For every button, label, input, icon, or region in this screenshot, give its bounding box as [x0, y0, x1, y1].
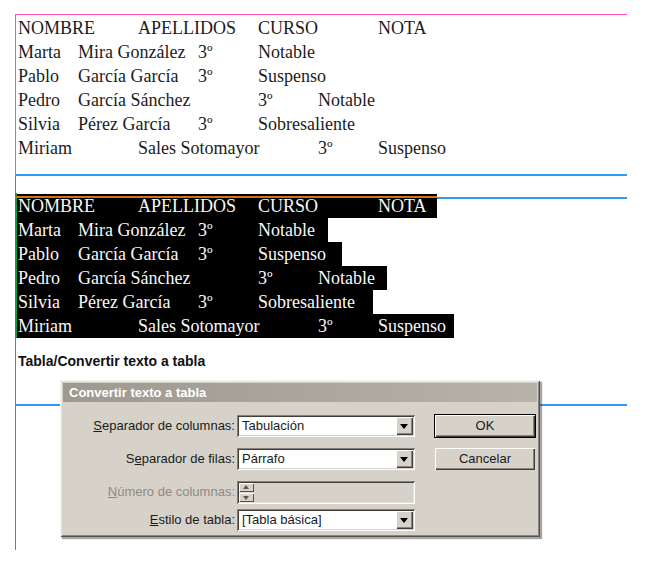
dialog-titlebar[interactable]: Convertir texto a tabla: [63, 383, 537, 402]
cell: 3º: [318, 314, 333, 338]
menu-path-label: Tabla/Convertir texto a tabla: [18, 353, 205, 369]
column-separator-select[interactable]: Tabulación: [237, 415, 415, 437]
cell: García Sánchez: [78, 88, 190, 112]
cell: Marta: [18, 218, 61, 242]
cell: 3º: [198, 290, 213, 314]
dropdown-button[interactable]: [396, 450, 413, 468]
cell: García García: [78, 242, 178, 266]
cell: NOTA: [378, 194, 427, 218]
table-row: Silvia Pérez García 3º Sobresaliente: [0, 290, 653, 314]
label-text: S: [126, 451, 135, 466]
ok-button[interactable]: OK: [435, 415, 535, 437]
cell: Notable: [318, 88, 375, 112]
cell: 3º: [258, 266, 273, 290]
chevron-down-icon: [400, 518, 408, 523]
cell: CURSO: [258, 194, 318, 218]
table-style-select[interactable]: [Tabla básica]: [237, 509, 415, 531]
cell: Pedro: [18, 88, 60, 112]
label-text: stilo de tabla:: [158, 512, 235, 527]
cell: Sales Sotomayor: [138, 136, 260, 160]
cell: Notable: [258, 218, 315, 242]
cell: APELLIDOS: [138, 194, 236, 218]
cell: García Sánchez: [78, 266, 190, 290]
table-row: Silvia Pérez García 3º Sobresaliente: [0, 112, 653, 136]
cell: Suspenso: [378, 136, 446, 160]
table-row: NOMBRE APELLIDOS CURSO NOTA: [0, 194, 653, 218]
dropdown-button[interactable]: [396, 511, 413, 529]
table-row: Pedro García Sánchez 3º Notable: [0, 266, 653, 290]
cell: Marta: [18, 40, 61, 64]
dialog-title: Convertir texto a tabla: [69, 385, 206, 400]
cell: APELLIDOS: [138, 16, 236, 40]
cell: 3º: [198, 242, 213, 266]
stepper-down-button: [239, 493, 254, 502]
screenshot-canvas: NOMBRE APELLIDOS CURSO NOTA Marta Mira G…: [0, 0, 653, 567]
text-frame-top-edge: [15, 14, 627, 15]
cancel-button[interactable]: Cancelar: [435, 448, 535, 470]
label-accelerator: S: [93, 418, 102, 433]
cell: Suspenso: [378, 314, 446, 338]
cell: García García: [78, 64, 178, 88]
column-separator-label: Separador de columnas:: [60, 415, 235, 437]
cell: Miriam: [18, 136, 72, 160]
cell: Pérez García: [78, 112, 170, 136]
dropdown-button[interactable]: [396, 417, 413, 435]
cell: Pedro: [18, 266, 60, 290]
cell: 3º: [198, 64, 213, 88]
cell: NOMBRE: [18, 16, 95, 40]
table-row: Miriam Sales Sotomayor 3º Suspenso: [0, 136, 653, 160]
table-row: Miriam Sales Sotomayor 3º Suspenso: [0, 314, 653, 338]
cell: Suspenso: [258, 242, 326, 266]
cell: 3º: [198, 218, 213, 242]
arrow-up-icon: [243, 485, 249, 489]
cell: Miriam: [18, 314, 72, 338]
cell: Silvia: [18, 112, 60, 136]
table-row: Marta Mira González 3º Notable: [0, 218, 653, 242]
stepper-up-button: [239, 483, 254, 492]
cell: Sales Sotomayor: [138, 314, 260, 338]
number-of-columns-label: Número de columnas:: [60, 481, 235, 503]
cell: NOMBRE: [18, 194, 95, 218]
cell: CURSO: [258, 16, 318, 40]
cell: NOTA: [378, 16, 427, 40]
cell: Notable: [258, 40, 315, 64]
table-style-label: Estilo de tabla:: [60, 509, 235, 531]
ruler-guide-1: [15, 174, 627, 176]
table-row: Pablo García García 3º Suspenso: [0, 64, 653, 88]
cell: Pablo: [18, 64, 59, 88]
row-separator-label: Separador de filas:: [60, 448, 235, 470]
row-separator-select[interactable]: Párrafo: [237, 448, 415, 470]
label-accelerator: N: [108, 484, 117, 499]
column-separator-value: Tabulación: [242, 418, 304, 433]
cell: 3º: [318, 136, 333, 160]
convert-text-to-table-dialog: Convertir texto a tabla Separador de col…: [60, 380, 540, 537]
chevron-down-icon: [400, 424, 408, 429]
table-row: Pedro García Sánchez 3º Notable: [0, 88, 653, 112]
cell: Mira González: [78, 40, 185, 64]
table-row: Pablo García García 3º Suspenso: [0, 242, 653, 266]
table-row: NOMBRE APELLIDOS CURSO NOTA: [0, 16, 653, 40]
cell: Pérez García: [78, 290, 170, 314]
cell: 3º: [258, 88, 273, 112]
table-style-value: [Tabla básica]: [242, 512, 322, 527]
number-stepper: [239, 483, 254, 502]
cell: Sobresaliente: [258, 290, 355, 314]
cell: Mira González: [78, 218, 185, 242]
label-text: eparador de columnas:: [102, 418, 235, 433]
label-text: úmero de columnas:: [117, 484, 235, 499]
cell: Silvia: [18, 290, 60, 314]
number-of-columns-field: [237, 481, 415, 504]
cell: 3º: [198, 112, 213, 136]
arrow-down-icon: [243, 496, 249, 500]
table-row: Marta Mira González 3º Notable: [0, 40, 653, 64]
cell: 3º: [198, 40, 213, 64]
row-separator-value: Párrafo: [242, 451, 285, 466]
cell: Notable: [318, 266, 375, 290]
label-accelerator: e: [135, 451, 142, 466]
label-text: parador de filas:: [142, 451, 235, 466]
cell: Sobresaliente: [258, 112, 355, 136]
chevron-down-icon: [400, 457, 408, 462]
cell: Pablo: [18, 242, 59, 266]
cell: Suspenso: [258, 64, 326, 88]
